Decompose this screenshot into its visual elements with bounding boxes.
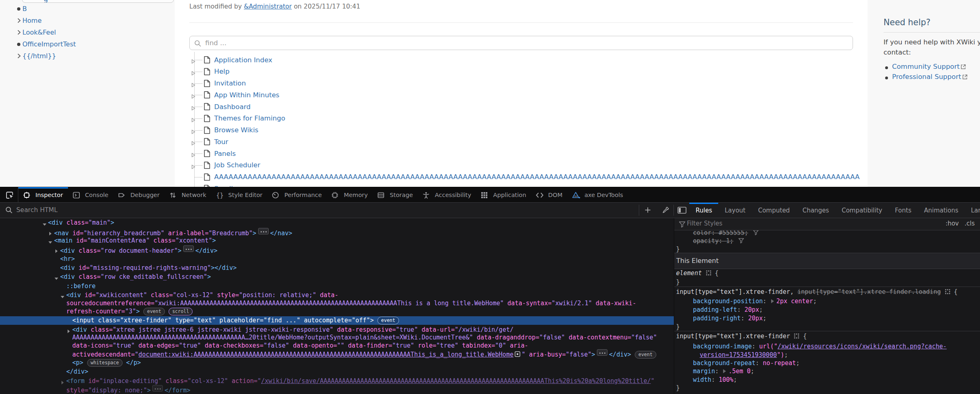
markup-line-continuation[interactable]: AAAAAAAAAAAAAAAAAAAAAAAAAAAAAAAAAAAAAAAA…: [72, 333, 657, 341]
sidebar-item[interactable]: OfficeImportTest: [0, 38, 175, 50]
expand-arrow-icon[interactable]: [191, 83, 195, 88]
devtools-tab-dom[interactable]: DOM: [531, 187, 567, 202]
rule-line[interactable]: }: [676, 245, 680, 253]
expand-arrow[interactable]: [191, 93, 195, 101]
markup-node-line[interactable]: <input class="xtree-finder" type="text" …: [72, 316, 399, 324]
markup-node-line[interactable]: <div class="row cke_editable_fullscreen"…: [60, 273, 211, 281]
sidebar-item[interactable]: B: [0, 3, 175, 15]
markup-line-continuation[interactable]: sourcedocumentreference="xwiki:AAAAAAAAA…: [66, 299, 636, 307]
markup-node-line[interactable]: <div id="missing-required-rights-warning…: [60, 264, 237, 272]
expand-arrow-icon[interactable]: [191, 164, 195, 169]
sidebar-tab-changes[interactable]: Changes: [796, 203, 835, 218]
expand-arrow[interactable]: [191, 58, 195, 66]
markup-line-continuation[interactable]: refresh-counter="3">eventscroll: [66, 307, 193, 315]
sidebar-tab-animations[interactable]: Animations: [918, 203, 965, 218]
rule-line[interactable]: opacity: 1;: [693, 237, 744, 245]
rule-line[interactable]: version=1753451930000");: [700, 351, 788, 359]
pick-element-button[interactable]: [0, 187, 18, 202]
expand-arrow[interactable]: [191, 128, 195, 136]
selector-highlighter-icon[interactable]: [706, 270, 711, 276]
devtools-tab-style-editor[interactable]: {}Style Editor: [211, 187, 267, 202]
sidebar-tab-layout[interactable]: Layout: [718, 203, 752, 218]
devtools-tab-accessibility[interactable]: Accessibility: [418, 187, 476, 202]
eyedropper-button[interactable]: [660, 203, 672, 218]
markup-node-line[interactable]: <hr>: [60, 255, 75, 263]
sidebar-tab-computed[interactable]: Computed: [752, 203, 796, 218]
expand-arrow-icon[interactable]: [191, 59, 195, 64]
badge-event[interactable]: event: [143, 308, 165, 315]
markup-line-continuation[interactable]: style="display: none;"></form>: [66, 385, 191, 393]
tree-node-label[interactable]: Invitation: [214, 79, 246, 87]
devtools-tab-console[interactable]: Console: [68, 187, 114, 202]
devtools-tab-storage[interactable]: Storage: [373, 187, 418, 202]
expand-arrow-icon[interactable]: [191, 153, 195, 158]
markup-node-line[interactable]: <div class="main">: [48, 219, 114, 227]
tree-node-label[interactable]: Application Index: [214, 56, 272, 64]
rule-line[interactable]: padding-right: 20px;: [693, 314, 767, 322]
sidebar-item-label[interactable]: {{/html}}: [22, 52, 56, 60]
rule-line[interactable]: }: [676, 278, 680, 286]
filter-overridden-icon[interactable]: [738, 238, 744, 244]
markup-node-line[interactable]: <div id="xwikicontent" class="col-xs-12"…: [66, 291, 338, 299]
filter-styles-input[interactable]: Filter Styles :hov.cls: [674, 218, 980, 230]
markup-node-line[interactable]: ::before: [66, 282, 96, 290]
badge-event[interactable]: event: [377, 317, 399, 324]
expand-arrow[interactable]: [191, 116, 195, 124]
select-element-icon[interactable]: [514, 351, 521, 357]
expand-arrow[interactable]: [191, 81, 195, 89]
expand-right-icon[interactable]: [66, 328, 71, 336]
pseudo-class-toggle[interactable]: :hov: [945, 220, 959, 227]
sidebar-item[interactable]: {{/html}}: [0, 50, 175, 62]
devtools-tab-network[interactable]: Network: [164, 187, 211, 202]
tree-node-label[interactable]: Job Scheduler: [214, 161, 260, 169]
expand-down-icon[interactable]: [48, 239, 53, 247]
markup-node-line[interactable]: <div class="row document-header"></div>: [60, 245, 217, 254]
devtools-tab-axe-devtools[interactable]: axaxe DevTools: [567, 187, 628, 202]
selector-highlighter-icon[interactable]: [945, 289, 950, 294]
expand-right-icon[interactable]: [48, 230, 53, 238]
markup-node-line[interactable]: </div>: [66, 368, 88, 376]
tree-node-label[interactable]: Panels: [214, 150, 236, 158]
expand-arrow-icon[interactable]: [191, 118, 195, 123]
rule-line[interactable]: background-position: 2px center;: [693, 297, 817, 305]
badge-event[interactable]: event: [635, 351, 656, 359]
sidebar-tab-compatibility[interactable]: Compatibility: [835, 203, 889, 218]
class-toggle[interactable]: .cls: [965, 220, 975, 227]
rule-line[interactable]: }: [676, 384, 680, 392]
sidebar-tab-rules[interactable]: Rules: [689, 203, 718, 218]
selector-highlighter-icon[interactable]: [794, 333, 799, 339]
markup-node-line[interactable]: <form id="inplace-editing" class="col-xs…: [66, 377, 655, 385]
expand-down-icon[interactable]: [54, 275, 59, 283]
expand-arrow[interactable]: [191, 105, 195, 112]
expand-arrow-icon[interactable]: [191, 71, 195, 76]
help-link[interactable]: Community Support: [892, 63, 960, 70]
markup-node-line[interactable]: <div class="xtree jstree jstree-6 jstree…: [72, 326, 514, 334]
meta-author-link[interactable]: &Administrator: [244, 3, 292, 10]
tree-node-label[interactable]: Themes for Flamingo: [214, 114, 285, 122]
markup-line-continuation[interactable]: data-icons="true" data-edges="true" data…: [72, 341, 528, 350]
badge-scroll[interactable]: scroll: [169, 308, 193, 315]
expand-right-icon[interactable]: [60, 379, 65, 387]
expand-arrow-icon[interactable]: [191, 106, 195, 111]
help-link[interactable]: Professional Support: [892, 73, 961, 81]
search-html-input[interactable]: Search HTML: [0, 203, 639, 218]
add-node-button[interactable]: [642, 203, 654, 218]
markup-node-line[interactable]: <nav id="hierarchy_breadcrumb" aria-labe…: [54, 228, 292, 236]
devtools-tab-memory[interactable]: Memory: [327, 187, 373, 202]
markup-line-continuation[interactable]: activedescendant="document:xwiki:AAAAAAA…: [72, 349, 656, 357]
devtools-tab-inspector[interactable]: Inspector: [18, 187, 68, 202]
expand-arrow-icon[interactable]: [191, 94, 195, 99]
tree-node-label[interactable]: Dashboard: [214, 103, 251, 111]
expand-arrow-icon[interactable]: [191, 129, 195, 134]
rule-line[interactable]: input[type="text"].xtree-finder {: [676, 332, 807, 340]
sidebar-item[interactable]: Look&Feel: [0, 26, 175, 38]
rule-line[interactable]: input[type="text"].xtree-finder, input[t…: [676, 288, 958, 296]
expand-value-icon[interactable]: [723, 369, 726, 373]
expand-arrow[interactable]: [191, 163, 195, 171]
tree-node-label[interactable]: Tour: [214, 138, 228, 146]
sidebar-item-label[interactable]: Look&Feel: [22, 28, 56, 36]
expand-arrow-icon[interactable]: [191, 141, 195, 146]
tree-node-label[interactable]: Help: [214, 68, 230, 75]
tree-node-label[interactable]: Browse Wikis: [214, 126, 259, 134]
rule-line[interactable]: padding-left: 20px;: [693, 306, 763, 314]
